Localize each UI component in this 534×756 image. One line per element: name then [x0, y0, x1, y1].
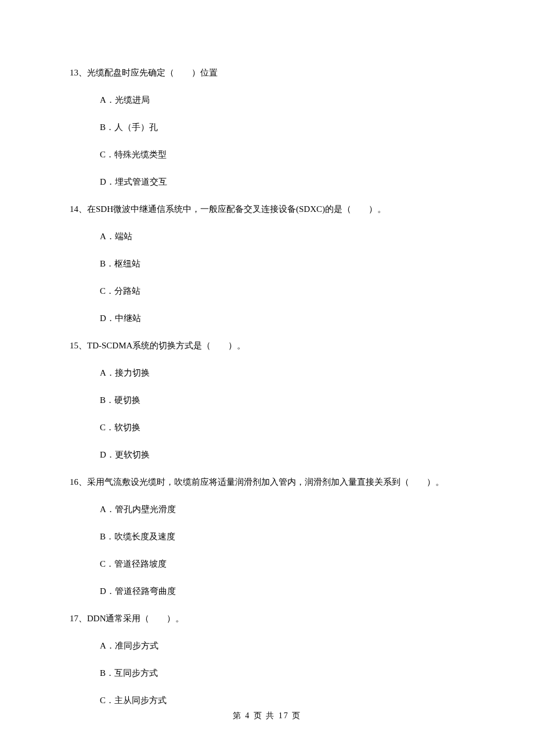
option-b: B．吹缆长度及速度 — [70, 531, 464, 543]
option-b: B．互同步方式 — [70, 667, 464, 679]
page-content: 13、光缆配盘时应先确定（ ）位置 A．光缆进局 B．人（手）孔 C．特殊光缆类… — [0, 0, 534, 707]
option-a: A．准同步方式 — [70, 640, 464, 652]
question-17: 17、DDN通常采用（ ）。 A．准同步方式 B．互同步方式 C．主从同步方式 — [70, 613, 464, 707]
question-stem: TD-SCDMA系统的切换方式是（ ）。 — [87, 341, 246, 350]
option-c: C．分路站 — [70, 285, 464, 297]
option-b: B．硬切换 — [70, 394, 464, 406]
question-text: 15、TD-SCDMA系统的切换方式是（ ）。 — [70, 340, 464, 352]
option-d: D．更软切换 — [70, 449, 464, 461]
question-15: 15、TD-SCDMA系统的切换方式是（ ）。 A．接力切换 B．硬切换 C．软… — [70, 340, 464, 461]
option-d: D．中继站 — [70, 312, 464, 325]
option-a: A．端站 — [70, 231, 464, 243]
question-number: 15、 — [70, 341, 87, 350]
question-stem: 光缆配盘时应先确定（ ）位置 — [87, 68, 218, 77]
option-a: A．光缆进局 — [70, 94, 464, 106]
question-number: 16、 — [70, 477, 87, 487]
question-number: 14、 — [70, 204, 87, 214]
question-13: 13、光缆配盘时应先确定（ ）位置 A．光缆进局 B．人（手）孔 C．特殊光缆类… — [70, 67, 464, 188]
option-c: C．主从同步方式 — [70, 694, 464, 707]
question-16: 16、采用气流敷设光缆时，吹缆前应将适量润滑剂加入管内，润滑剂加入量直接关系到（… — [70, 476, 464, 597]
question-stem: 在SDH微波中继通信系统中，一般应配备交叉连接设备(SDXC)的是（ ）。 — [87, 204, 386, 214]
option-a: A．管孔内壁光滑度 — [70, 503, 464, 516]
option-b: B．枢纽站 — [70, 258, 464, 270]
option-a: A．接力切换 — [70, 367, 464, 379]
option-d: D．埋式管道交互 — [70, 176, 464, 188]
question-stem: 采用气流敷设光缆时，吹缆前应将适量润滑剂加入管内，润滑剂加入量直接关系到（ ）。 — [87, 477, 444, 487]
option-d: D．管道径路弯曲度 — [70, 585, 464, 597]
question-14: 14、在SDH微波中继通信系统中，一般应配备交叉连接设备(SDXC)的是（ ）。… — [70, 203, 464, 325]
question-number: 17、 — [70, 614, 87, 623]
question-text: 17、DDN通常采用（ ）。 — [70, 613, 464, 625]
option-c: C．特殊光缆类型 — [70, 149, 464, 161]
page-footer: 第 4 页 共 17 页 — [0, 711, 534, 721]
question-text: 16、采用气流敷设光缆时，吹缆前应将适量润滑剂加入管内，润滑剂加入量直接关系到（… — [70, 476, 464, 488]
question-text: 13、光缆配盘时应先确定（ ）位置 — [70, 67, 464, 79]
option-c: C．管道径路坡度 — [70, 558, 464, 570]
question-stem: DDN通常采用（ ）。 — [87, 614, 185, 623]
question-text: 14、在SDH微波中继通信系统中，一般应配备交叉连接设备(SDXC)的是（ ）。 — [70, 203, 464, 215]
question-number: 13、 — [70, 68, 87, 77]
option-b: B．人（手）孔 — [70, 121, 464, 134]
option-c: C．软切换 — [70, 422, 464, 434]
